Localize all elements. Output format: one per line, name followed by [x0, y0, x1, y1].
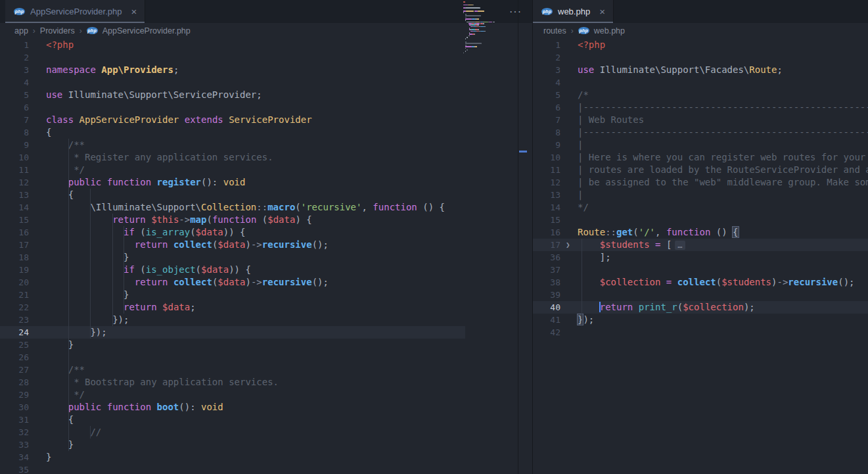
code-token: (: [196, 264, 201, 275]
code-editor-appserviceprovider[interactable]: 1<?php23namespace App\Providers;45use Il…: [0, 38, 532, 474]
code-line[interactable]: 6|--------------------------------------…: [533, 101, 868, 114]
code-token: public function: [68, 402, 157, 412]
minimap[interactable]: [463, 1, 497, 435]
line-number: 14: [533, 201, 560, 214]
code-token: }: [46, 252, 129, 262]
code-line[interactable]: 40 return print_r($collection);: [533, 301, 868, 314]
code-token: * Bootstrap any application services.: [46, 377, 279, 387]
code-token: ();: [312, 277, 329, 287]
code-line[interactable]: 18 }: [0, 251, 532, 264]
code-token: $data: [217, 277, 245, 287]
code-line[interactable]: 28 * Bootstrap any application services.: [0, 376, 532, 389]
code-line[interactable]: 12 public function register(): void: [0, 176, 532, 189]
code-line[interactable]: 1<?php: [533, 39, 868, 51]
code-line[interactable]: 6: [0, 101, 532, 114]
close-icon[interactable]: ×: [599, 7, 605, 16]
code-line[interactable]: 4: [533, 76, 868, 89]
code-token: AppServiceProvider: [80, 114, 185, 125]
close-icon[interactable]: ×: [131, 7, 137, 16]
code-editor-web[interactable]: 1<?php23use Illuminate\Support\Facades\R…: [533, 38, 868, 474]
code-line[interactable]: 2: [533, 51, 868, 64]
indent-guide: [582, 239, 582, 326]
breadcrumb-item-routes[interactable]: routes: [543, 26, 566, 36]
code-line[interactable]: 35: [0, 463, 532, 474]
code-line[interactable]: 3use Illuminate\Support\Facades\Route;: [533, 64, 868, 76]
code-line[interactable]: 2: [0, 51, 532, 64]
code-line[interactable]: 1<?php: [0, 39, 532, 51]
code-line[interactable]: 9|: [533, 139, 868, 151]
code-line[interactable]: 25 }: [0, 339, 532, 351]
code-line[interactable]: 15: [533, 214, 868, 226]
code-line[interactable]: 24 });: [0, 326, 532, 339]
code-line[interactable]: 31 {: [0, 414, 532, 426]
code-line[interactable]: 19 if (is_object($data)) {: [0, 264, 532, 276]
code-line[interactable]: 17 return collect($data)->recursive();: [0, 239, 532, 251]
code-line[interactable]: 10 * Register any application services.: [0, 151, 532, 164]
code-token: recursive: [262, 277, 312, 287]
code-token: <?php: [578, 39, 605, 50]
overview-ruler[interactable]: [518, 0, 528, 474]
code-line[interactable]: 11| routes are loaded by the RouteServic…: [533, 164, 868, 176]
code-line[interactable]: 15 return $this->map(function ($data) {: [0, 214, 532, 226]
line-number: 18: [0, 251, 29, 264]
code-line[interactable]: 17❯ $students = […: [533, 239, 868, 251]
code-token: (: [135, 227, 146, 237]
code-line[interactable]: 16 if (is_array($data)) {: [0, 226, 532, 239]
code-line[interactable]: 13 {: [0, 189, 532, 201]
minimap-line: [465, 46, 472, 47]
code-line[interactable]: 7| Web Routes: [533, 114, 868, 126]
code-line[interactable]: 34}: [0, 451, 532, 463]
breadcrumb-item-app[interactable]: app: [14, 26, 28, 36]
tab-web[interactable]: php web.php ×: [533, 0, 614, 23]
code-line[interactable]: 33 }: [0, 438, 532, 451]
code-token: use: [578, 64, 600, 75]
code-line[interactable]: 9 /**: [0, 139, 532, 151]
code-line[interactable]: 3namespace App\Providers;: [0, 64, 532, 76]
code-line[interactable]: 12| be assigned to the "web" middleware …: [533, 176, 868, 189]
code-line[interactable]: 38 $collection = collect($students)->rec…: [533, 276, 868, 289]
code-line[interactable]: 5use Illuminate\Support\ServiceProvider;: [0, 89, 532, 101]
code-token: $data: [267, 214, 295, 225]
code-line[interactable]: 22 return $data;: [0, 301, 532, 314]
code-line[interactable]: 27 /**: [0, 364, 532, 376]
code-line[interactable]: 20 return collect($data)->recursive();: [0, 276, 532, 289]
code-token: register: [157, 177, 201, 187]
code-line[interactable]: 10| Here is where you can register web r…: [533, 151, 868, 164]
code-line[interactable]: 14 \Illuminate\Support\Collection::macro…: [0, 201, 532, 214]
code-line[interactable]: 11 */: [0, 164, 532, 176]
code-line[interactable]: 36 ];: [533, 251, 868, 264]
code-token: (: [256, 214, 267, 225]
fold-ellipsis[interactable]: …: [675, 241, 685, 250]
code-line[interactable]: 8|--------------------------------------…: [533, 126, 868, 139]
chevron-separator-icon: ›: [80, 26, 82, 36]
code-line[interactable]: 8{: [0, 126, 532, 139]
code-line[interactable]: 42: [533, 326, 868, 339]
code-line[interactable]: 32 //: [0, 426, 532, 438]
code-line[interactable]: 21 }: [0, 289, 532, 301]
code-line[interactable]: 16Route::get('/', function () {: [533, 226, 868, 239]
code-line[interactable]: 39: [533, 289, 868, 301]
breadcrumb-item-file[interactable]: AppServiceProvider.php: [103, 26, 191, 36]
code-line[interactable]: 30 public function boot(): void: [0, 401, 532, 414]
code-token: ,: [655, 227, 666, 237]
breadcrumb-item-providers[interactable]: Providers: [40, 26, 75, 36]
code-line[interactable]: 37: [533, 264, 868, 276]
code-line[interactable]: 41});: [533, 314, 868, 326]
code-line[interactable]: 26: [0, 351, 532, 364]
line-number: 7: [0, 114, 29, 126]
code-line[interactable]: 13|: [533, 189, 868, 201]
fold-chevron-icon[interactable]: ❯: [566, 239, 570, 251]
code-token: ];: [578, 252, 611, 262]
code-line[interactable]: 4: [0, 76, 532, 89]
code-line[interactable]: 29 */: [0, 389, 532, 401]
code-token: collect: [173, 239, 212, 250]
chevron-separator-icon: ›: [33, 26, 35, 36]
line-number: 28: [0, 376, 29, 389]
breadcrumb-item-file[interactable]: web.php: [594, 26, 625, 36]
code-token: | Web Routes: [578, 114, 644, 125]
code-line[interactable]: 23 });: [0, 314, 532, 326]
code-line[interactable]: 14*/: [533, 201, 868, 214]
tab-appserviceprovider[interactable]: php AppServiceProvider.php ×: [5, 0, 145, 23]
code-line[interactable]: 5/*: [533, 89, 868, 101]
code-line[interactable]: 7class AppServiceProvider extends Servic…: [0, 114, 532, 126]
